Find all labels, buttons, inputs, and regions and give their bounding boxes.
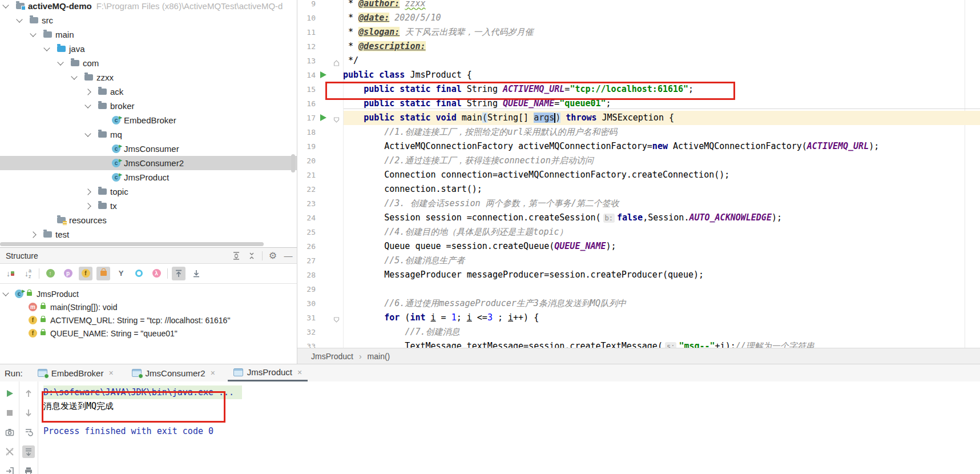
chevron-down-icon[interactable] [84,130,91,136]
code-line-28[interactable]: 28 MessageProducer messageProducer=sessi… [297,268,980,282]
code-line-27[interactable]: 27 //5.创建消息生产者 [297,254,980,268]
code-line-26[interactable]: 26 Queue queue =session.createQueue(QUEU… [297,239,980,254]
code-line-24[interactable]: 24 Session session =connection.createSes… [297,211,980,225]
show-inherited-icon[interactable]: ↑ [43,267,57,280]
tree-item-ack[interactable]: ack [0,85,297,99]
tree-item-zzxx[interactable]: zzxx [0,70,297,85]
code-editor[interactable]: 9 * @author: zzxx10 * @date: 2020/5/1011… [297,0,980,348]
run-gutter-icon[interactable] [320,71,326,78]
exit-button[interactable] [3,465,16,474]
run-gutter-icon[interactable] [320,114,326,121]
code-line-17[interactable]: 17 public static void main(String[] args… [297,111,980,125]
show-lambdas-icon[interactable]: λ [150,267,163,280]
structure-item-QUEUE_NAME[interactable]: fQUEUE_NAME: String = "queue01" [0,327,297,340]
tree-item-broker[interactable]: broker [0,99,297,113]
tree-item-topic[interactable]: topic [0,184,297,199]
code-line-33[interactable]: 33 TextMessage textMessage=session.creat… [297,339,980,348]
collapse-all-icon[interactable] [247,251,257,261]
structure-item-main[interactable]: mmain(String[]): void [0,300,297,314]
show-fields-icon[interactable]: f [79,267,92,280]
settings-icon[interactable]: ⚙ [268,251,278,261]
stop-button[interactable] [3,407,16,419]
close-icon[interactable]: × [297,368,302,377]
line-number: 19 [297,139,316,154]
code-line-13[interactable]: 13 */ [297,54,980,68]
method-icon: m [29,303,37,311]
kill-button[interactable] [3,445,16,458]
chevron-down-icon[interactable] [57,59,63,65]
chevron-down-icon[interactable] [2,2,9,8]
show-non-public-icon[interactable] [96,267,110,280]
code-line-11[interactable]: 11 * @slogan: 天下风云出我辈，一入代码岁月催 [297,25,980,39]
sort-alphabetically-icon[interactable]: ↓az [21,267,35,280]
chevron-right-icon[interactable] [84,188,91,195]
run-tab-JmsProduct[interactable]: JmsProduct× [228,364,308,381]
code-line-23[interactable]: 23 //3. 创建会话session 两个参数，第一个事务/第二个签收 [297,196,980,211]
tree-item-JmsProduct[interactable]: cJmsProduct [0,170,297,184]
down-button[interactable] [22,407,35,419]
chevron-right-icon[interactable] [84,203,91,209]
close-icon[interactable]: × [108,368,113,377]
autoscroll-to-source-icon[interactable] [172,267,185,280]
chevron-down-icon[interactable] [2,290,9,296]
code-line-22[interactable]: 22 connection.start(); [297,182,980,196]
code-line-25[interactable]: 25 //4.创建目的地（具体是队列还是主题topic） [297,225,980,239]
run-console[interactable]: D:\sofeware\JAVA\JDK\bin\java.exe ...消息发… [38,381,980,474]
tree-item-com[interactable]: com [0,56,297,70]
show-interfaces-icon[interactable] [132,267,146,280]
run-tab-JmsConsumer2[interactable]: JmsConsumer2× [126,364,221,381]
tree-item-EmbedBroker[interactable]: cEmbedBroker [0,113,297,127]
expand-all-icon[interactable] [231,251,241,261]
structure-item-JmsProduct[interactable]: cJmsProduct [0,287,297,300]
tree-item-JmsConsumer2[interactable]: cJmsConsumer2 [0,156,297,170]
run-tab-EmbedBroker[interactable]: EmbedBroker× [32,364,119,381]
code-line-12[interactable]: 12 * @description: [297,39,980,54]
code-text: Session session =connection.createSessio… [343,211,782,226]
hide-icon[interactable]: — [283,251,293,261]
tree-item-JmsConsumer[interactable]: cJmsConsumer [0,142,297,156]
show-properties-icon[interactable]: p [61,267,75,280]
chevron-down-icon[interactable] [16,16,22,22]
breadcrumb-item[interactable]: main() [368,352,390,361]
structure-item-ACTIVEMQ_URL[interactable]: fACTIVEMQ_URL: String = "tcp: //localhos… [0,314,297,327]
tree-item-src[interactable]: src [0,13,297,27]
scroll-to-end-button[interactable] [22,445,35,458]
chevron-down-icon[interactable] [84,102,91,108]
code-line-9[interactable]: 9 * @author: zzxx [297,0,980,11]
close-icon[interactable]: × [211,368,215,377]
chevron-down-icon[interactable] [30,30,36,37]
code-line-20[interactable]: 20 //2.通过连接工厂，获得连接connection并启动访问 [297,154,980,168]
code-line-29[interactable]: 29 [297,282,980,296]
line-number: 21 [297,168,316,182]
sort-by-visibility-icon[interactable]: ↓ [3,267,17,280]
print-button[interactable] [22,465,35,474]
chevron-down-icon[interactable] [43,45,50,51]
code-line-31[interactable]: 31 for (int i = 1; i <=3 ; i++) { [297,311,980,325]
restore-layout-button[interactable] [22,426,35,439]
code-line-30[interactable]: 30 //6.通过使用messageProducer生产3条消息发送到MQ队列中 [297,296,980,311]
chevron-right-icon[interactable] [84,89,91,95]
tree-item-activeMQ-demo[interactable]: activeMQ-demoF:\Program Files (x86)\Acti… [0,0,297,13]
project-vertical-scrollbar[interactable] [291,154,295,172]
rerun-button[interactable] [3,387,16,400]
tree-item-main[interactable]: main [0,27,297,42]
code-line-21[interactable]: 21 Connection connection=activeMQConnect… [297,168,980,182]
up-button[interactable] [22,387,35,400]
chevron-down-icon[interactable] [71,73,77,79]
code-line-14[interactable]: 14public class JmsProduct { [297,68,980,82]
tree-item-resources[interactable]: resources [0,213,297,227]
tree-item-test[interactable]: test [0,227,297,242]
project-horizontal-scrollbar[interactable] [0,242,264,246]
camera-button[interactable] [3,426,16,439]
code-line-18[interactable]: 18 //1.创建连接工厂，按照给定的url采用默认的用户名和密码 [297,125,980,139]
group-methods-icon[interactable]: Y [114,267,128,280]
code-line-19[interactable]: 19 ActiveMQConnectionFactory activeMQCon… [297,139,980,154]
autoscroll-from-source-icon[interactable] [189,267,203,280]
tree-item-tx[interactable]: tx [0,199,297,213]
breadcrumb-item[interactable]: JmsProduct [311,352,353,361]
code-line-10[interactable]: 10 * @date: 2020/5/10 [297,11,980,25]
code-line-32[interactable]: 32 //7.创建消息 [297,325,980,339]
tree-item-mq[interactable]: mq [0,127,297,142]
chevron-right-icon[interactable] [30,231,36,238]
tree-item-java[interactable]: java [0,42,297,56]
